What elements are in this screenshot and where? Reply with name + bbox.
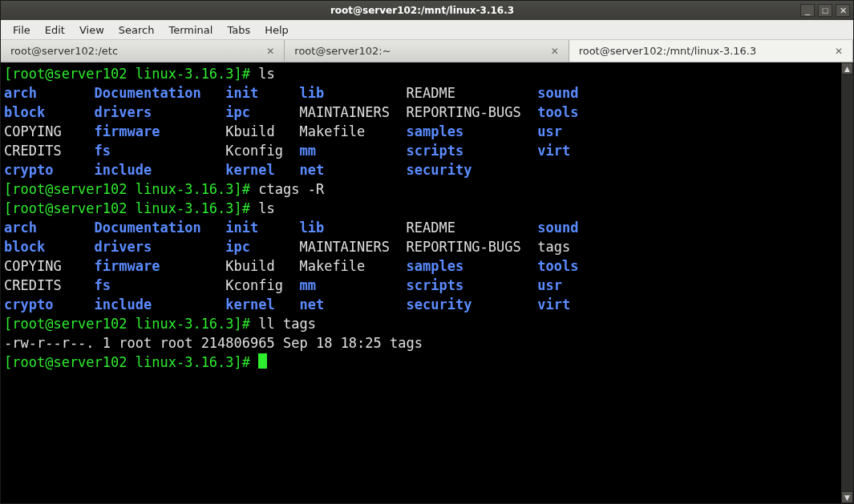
maximize-button[interactable]: □ [818,4,832,17]
menu-tabs[interactable]: Tabs [220,22,257,38]
tabbar: root@server102:/etc ✕ root@server102:~ ✕… [1,40,853,62]
terminal-output[interactable]: [root@server102 linux-3.16.3]# lsarchDoc… [1,62,841,503]
menubar: File Edit View Search Terminal Tabs Help [1,20,853,40]
close-button[interactable]: ✕ [836,4,850,17]
scroll-up-button[interactable]: ▲ [841,62,853,75]
close-icon[interactable]: ✕ [833,46,844,57]
minimize-button[interactable]: _ [800,4,815,17]
tab-label: root@server102:/etc [10,45,118,57]
window-title: root@server102:/mnt/linux-3.16.3 [44,5,800,16]
scrollbar[interactable]: ▲ ▼ [841,62,853,503]
titlebar[interactable]: root@server102:/mnt/linux-3.16.3 _ □ ✕ [1,1,853,20]
terminal-window: root@server102:/mnt/linux-3.16.3 _ □ ✕ F… [0,0,854,504]
tab-home[interactable]: root@server102:~ ✕ [285,40,569,62]
menu-view[interactable]: View [72,22,111,38]
tab-etc[interactable]: root@server102:/etc ✕ [1,40,285,62]
tab-label: root@server102:~ [294,45,391,57]
menu-file[interactable]: File [6,22,38,38]
menu-help[interactable]: Help [257,22,296,38]
terminal-wrap: [root@server102 linux-3.16.3]# lsarchDoc… [1,62,853,503]
scroll-down-button[interactable]: ▼ [841,491,853,503]
menu-edit[interactable]: Edit [38,22,72,38]
close-icon[interactable]: ✕ [265,46,276,57]
tab-label: root@server102:/mnt/linux-3.16.3 [579,45,757,57]
menu-terminal[interactable]: Terminal [161,22,220,38]
scroll-track[interactable] [841,75,853,491]
cursor [258,353,267,369]
menu-search[interactable]: Search [111,22,162,38]
window-controls: _ □ ✕ [800,4,850,17]
tab-linux[interactable]: root@server102:/mnt/linux-3.16.3 ✕ [569,40,853,62]
close-icon[interactable]: ✕ [549,46,561,57]
